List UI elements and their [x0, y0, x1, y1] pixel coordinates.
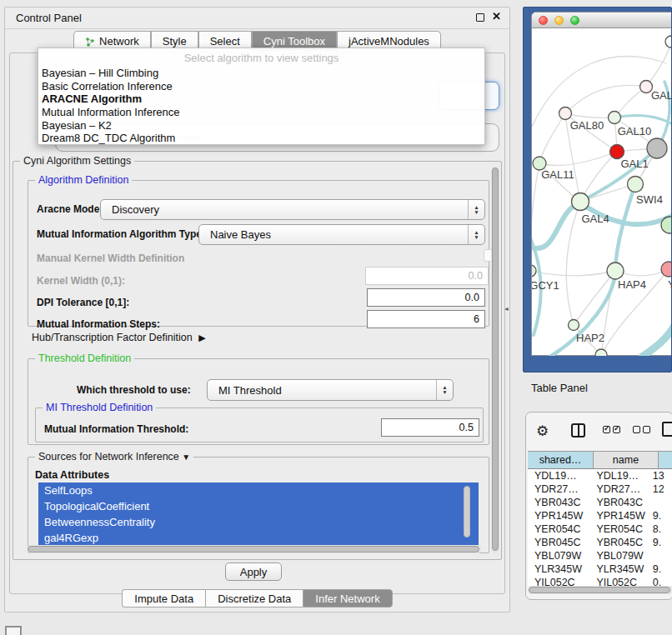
network-edge[interactable] — [539, 113, 565, 163]
network-node[interactable] — [647, 138, 667, 158]
select-all-checkboxes-icon[interactable] — [603, 426, 620, 433]
algorithm-dropdown-popup: Select algorithm to view settings Bayesi… — [38, 48, 485, 145]
table-row[interactable]: YPR145WYPR145W9. — [528, 509, 672, 522]
algorithm-definition-group: Algorithm Definition Aracne Mode: Discov… — [28, 180, 489, 327]
table-row[interactable]: YER054CYER054C8. — [528, 522, 672, 536]
network-node[interactable] — [572, 193, 589, 211]
network-node[interactable] — [532, 265, 536, 277]
dropdown-item[interactable]: Dream8 DC_TDC Algorithm — [38, 132, 484, 145]
column-header[interactable]: name — [594, 452, 659, 468]
tab-label: Select — [210, 35, 240, 48]
kernel-width-field[interactable]: 0.0 — [365, 267, 489, 285]
network-node[interactable] — [628, 177, 644, 192]
network-node[interactable] — [607, 262, 624, 279]
table-cell: 9. — [651, 562, 672, 576]
control-panel-title: Control Panel — [16, 12, 82, 24]
control-panel-header: Control Panel ✕ — [5, 8, 509, 29]
network-edge[interactable] — [532, 271, 615, 276]
network-node[interactable] — [661, 262, 672, 277]
float-window-icon[interactable] — [476, 13, 484, 22]
table-cell: YER054C — [589, 522, 650, 536]
node-label: GAL4 — [581, 212, 609, 225]
network-window-titlebar[interactable] — [532, 12, 672, 28]
table-cell: YBR043C — [589, 496, 650, 509]
collapse-right-icon[interactable]: ▶ — [198, 332, 205, 342]
dropdown-item[interactable]: Bayesian – K2 — [38, 118, 484, 132]
minimize-traffic-light-icon[interactable] — [554, 16, 564, 25]
table-row[interactable]: YDR27…YDR27…12 — [528, 482, 672, 496]
network-node[interactable] — [595, 349, 607, 356]
gear-icon[interactable]: ⚙ — [536, 422, 549, 440]
table-row[interactable]: YBL079WYBL079W — [528, 549, 672, 562]
network-edge[interactable] — [565, 113, 614, 118]
table-row[interactable]: YIL052CYIL052C0. — [528, 576, 672, 586]
dpi-tolerance-field[interactable]: 0.0 — [367, 288, 485, 307]
network-edge[interactable] — [642, 327, 672, 356]
network-edge[interactable] — [646, 42, 671, 87]
zoom-traffic-light-icon[interactable] — [570, 16, 579, 25]
attribute-item[interactable]: SelfLoops — [38, 482, 479, 498]
table-cell: YLR345W — [589, 562, 650, 576]
table-cell: YDR27… — [528, 482, 589, 496]
table-row[interactable]: YBR045CYBR045C9. — [528, 536, 672, 549]
column-layout-icon[interactable] — [571, 423, 585, 438]
collapsed-panel-icon[interactable] — [5, 626, 22, 635]
document-icon[interactable] — [662, 422, 672, 437]
close-icon[interactable]: ✕ — [492, 10, 501, 22]
settings-hscrollbar[interactable] — [27, 545, 482, 553]
network-node[interactable] — [609, 112, 621, 124]
bottom-tab-discretize-data[interactable]: Discretize Data — [205, 589, 303, 608]
hub-section-label[interactable]: Hub/Transcription Factor Definition ▶ — [32, 332, 203, 343]
node-label: SWI4 — [636, 193, 663, 206]
dropdown-item[interactable]: Bayesian – Hill Climbing — [38, 67, 484, 80]
column-header[interactable]: shared… — [528, 452, 594, 468]
apply-button[interactable]: Apply — [225, 562, 282, 581]
dropdown-item[interactable]: ARACNE Algorithm — [38, 92, 484, 106]
close-traffic-light-icon[interactable] — [539, 16, 548, 25]
network-edge[interactable] — [565, 85, 646, 113]
tab-label: jActiveMNodules — [349, 35, 429, 48]
settings-vscrollbar[interactable] — [491, 167, 499, 553]
table-row[interactable]: YDL19…YDL19…13 — [528, 469, 672, 482]
network-node[interactable] — [559, 108, 572, 120]
cyni-settings-legend: Cyni Algorithm Settings — [20, 155, 134, 167]
table-row[interactable]: YLR345WYLR345W9. — [528, 562, 672, 576]
dropdown-item[interactable]: Mutual Information Inference — [38, 106, 484, 119]
attribute-item[interactable]: BetweennessCentrality — [38, 514, 479, 530]
kernel-width-value: 0.0 — [469, 270, 483, 282]
splitter-grip-icon[interactable]: ◄ — [504, 306, 509, 312]
sources-legend: Sources for Network Inference ▼ — [35, 451, 193, 462]
collapse-down-icon[interactable]: ▼ — [182, 452, 190, 462]
mi-type-combo[interactable]: Naive Bayes ▲▼ — [198, 224, 485, 245]
network-node[interactable] — [610, 145, 624, 159]
data-attributes-label: Data Attributes — [35, 469, 109, 481]
table-row[interactable]: YBR043CYBR043C — [528, 496, 672, 509]
column-header[interactable] — [659, 452, 672, 468]
network-edge[interactable] — [566, 202, 580, 325]
bottom-tab-infer-network[interactable]: Infer Network — [303, 589, 392, 608]
aracne-mode-combo[interactable]: Discovery ▲▼ — [100, 199, 485, 220]
mi-steps-field[interactable]: 6 — [367, 310, 485, 328]
network-canvas[interactable]: GALGAL80GAL10GAL1GAL11SWI4GAL4GCY1HAP4YH… — [532, 28, 672, 356]
attribute-item[interactable]: gal4RGexp — [38, 530, 479, 546]
network-edge[interactable] — [615, 184, 635, 271]
network-edge[interactable] — [580, 152, 617, 202]
network-node[interactable] — [569, 320, 579, 331]
dropdown-item[interactable]: Basic Correlation Inference — [38, 80, 484, 93]
mi-steps-value: 6 — [474, 313, 479, 325]
node-label: Y — [668, 278, 672, 291]
network-node[interactable] — [665, 36, 672, 48]
table-hscrollbar[interactable] — [528, 586, 672, 594]
table-cell: 0. — [651, 576, 672, 586]
deselect-all-checkboxes-icon[interactable] — [633, 426, 650, 433]
network-icon — [85, 37, 95, 47]
network-edge[interactable] — [532, 163, 539, 252]
attribute-item[interactable]: TopologicalCoefficient — [38, 498, 479, 514]
table-toolbar: ⚙ — [526, 412, 672, 449]
attribute-list-scrollbar[interactable] — [463, 486, 471, 544]
which-threshold-combo[interactable]: MI Threshold ▲▼ — [207, 379, 454, 401]
mi-threshold-field[interactable]: 0.5 — [381, 418, 479, 437]
bottom-tab-impute-data[interactable]: Impute Data — [122, 589, 205, 608]
table-cell — [651, 496, 672, 509]
table-cell: 12 — [651, 482, 672, 496]
